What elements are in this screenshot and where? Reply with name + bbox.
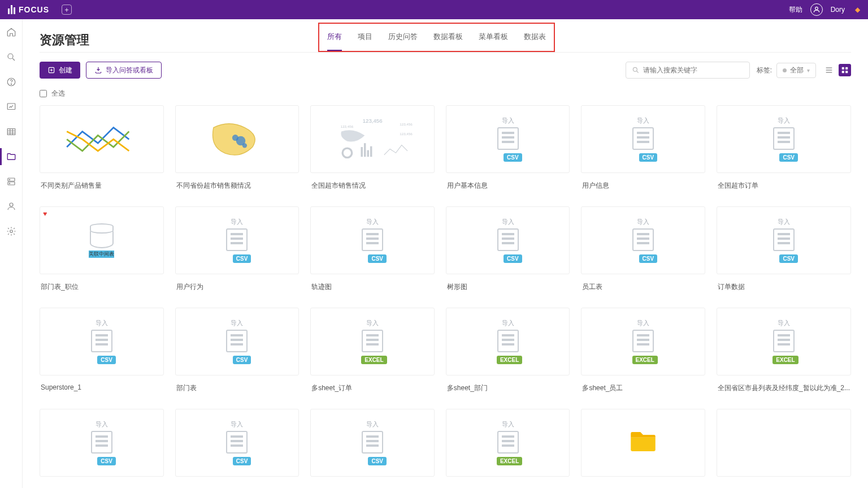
resource-card[interactable]: 导入CSV员工表 [581, 206, 705, 297]
resource-card[interactable]: 导入CSV用户行为 [175, 206, 300, 297]
resource-card[interactable]: 导入CSV全国超市订单 [717, 105, 851, 196]
svg-rect-15 [845, 67, 848, 70]
card-thumbnail: 导入EXCEL [310, 308, 435, 375]
card-thumbnail: 导入CSV [581, 206, 705, 274]
server-icon[interactable] [6, 176, 16, 187]
svg-text:123,456: 123,456 [400, 122, 413, 126]
search-input-wrapper[interactable] [626, 62, 750, 79]
resource-card[interactable]: 导入EXCEL多sheet_部门 [446, 308, 570, 399]
select-all-checkbox[interactable] [40, 90, 47, 97]
resource-card[interactable]: 导入CSV用户信息 [581, 105, 705, 196]
resource-card[interactable]: 导入EXCEL多sheet_订单 [310, 308, 435, 399]
resource-card[interactable]: ♥关联中间表部门表_职位 [40, 206, 164, 297]
new-tab-button[interactable]: ＋ [62, 5, 72, 15]
card-title: 订单数据 [717, 279, 851, 297]
resource-card[interactable]: 不同省份超市销售额情况 [175, 105, 300, 196]
favorite-icon: ♥ [43, 210, 47, 218]
resource-card[interactable]: 导入CSV用户基本信息 [446, 105, 570, 196]
brand-logo[interactable]: FOCUS [8, 5, 49, 14]
resource-card[interactable] [581, 409, 705, 488]
select-all-label: 全选 [51, 89, 65, 98]
card-title: 多sheet_部门 [446, 380, 570, 399]
search-icon[interactable] [6, 52, 16, 62]
svg-rect-5 [7, 129, 15, 135]
grid-view-button[interactable] [839, 64, 851, 76]
resource-card[interactable]: 导入EXCEL全国省区市县列表及经纬度_暂以此为准_2... [717, 308, 851, 399]
card-thumbnail: 导入CSV [175, 206, 300, 274]
resource-card[interactable]: 导入CSVSuperstore_1 [40, 308, 164, 399]
page-title: 资源管理 [40, 32, 89, 49]
resource-card[interactable]: 123,456123,456123,456123,456全国超市销售情况 [310, 105, 435, 196]
card-thumbnail: 导入EXCEL [717, 308, 851, 375]
svg-point-19 [232, 135, 238, 141]
folder-icon[interactable] [6, 152, 16, 162]
card-title: 部门表 [175, 380, 300, 399]
svg-point-8 [9, 179, 10, 180]
resource-card[interactable] [717, 409, 851, 488]
svg-point-10 [10, 203, 13, 206]
svg-point-0 [815, 7, 818, 10]
svg-rect-16 [842, 71, 844, 73]
resource-card[interactable]: 导入CSV订单数据 [717, 206, 851, 297]
card-thumbnail: 导入CSV [40, 308, 164, 375]
card-thumbnail: 导入CSV [175, 308, 300, 375]
resource-card[interactable]: 导入CSV [310, 409, 435, 488]
card-thumbnail: 关联中间表 [40, 206, 164, 274]
help-link[interactable]: 帮助 [789, 5, 802, 15]
svg-rect-27 [364, 143, 366, 157]
import-button[interactable]: 导入问答或看板 [86, 62, 162, 79]
resource-card[interactable]: 导入EXCEL多sheet_员工 [581, 308, 705, 399]
card-thumbnail [40, 105, 164, 173]
tabs-container-highlighted: 所有项目历史问答数据看板菜单看板数据表 [318, 23, 555, 52]
card-thumbnail: 123,456123,456123,456123,456 [310, 105, 435, 173]
resource-card[interactable]: 导入EXCEL [446, 409, 570, 488]
resource-card[interactable]: 导入CSV部门表 [175, 308, 300, 399]
resource-card[interactable]: 不同类别产品销售量 [40, 105, 164, 196]
svg-point-1 [8, 54, 13, 59]
tab-project[interactable]: 项目 [358, 32, 372, 51]
list-view-button[interactable] [823, 64, 835, 76]
card-thumbnail: 导入EXCEL [581, 308, 705, 375]
user-name[interactable]: Dory [831, 6, 845, 14]
resource-card[interactable]: 导入CSV轨迹图 [310, 206, 435, 297]
home-icon[interactable] [6, 27, 16, 37]
card-thumbnail: 导入EXCEL [446, 409, 570, 477]
tab-data-table[interactable]: 数据表 [524, 32, 546, 51]
tag-filter-dropdown[interactable]: 全部 ▾ [776, 63, 816, 78]
avatar-icon[interactable] [810, 3, 823, 16]
tab-history[interactable]: 历史问答 [388, 32, 418, 51]
chevron-down-icon: ▾ [807, 67, 810, 74]
svg-rect-17 [845, 71, 848, 73]
resource-card[interactable]: 导入CSV [175, 409, 300, 488]
search-input[interactable] [643, 66, 744, 74]
user-icon[interactable] [6, 201, 16, 211]
svg-rect-28 [367, 150, 368, 157]
help-icon[interactable] [6, 77, 16, 87]
card-title: 全国省区市县列表及经纬度_暂以此为准_2... [717, 380, 851, 399]
create-button[interactable]: 创建 [40, 62, 80, 79]
tab-all[interactable]: 所有 [327, 32, 342, 51]
import-button-label: 导入问答或看板 [106, 66, 153, 75]
card-thumbnail: 导入CSV [446, 206, 570, 274]
settings-icon[interactable] [6, 226, 16, 236]
card-thumbnail: 导入CSV [717, 105, 851, 173]
card-title: 部门表_职位 [40, 279, 164, 297]
card-title: 树形图 [446, 279, 570, 297]
svg-point-11 [10, 230, 12, 233]
view-toggle [823, 64, 851, 76]
card-title: 用户行为 [175, 279, 300, 297]
brand-text: FOCUS [19, 5, 49, 14]
card-thumbnail [717, 409, 851, 477]
tab-menu-board[interactable]: 菜单看板 [479, 32, 508, 51]
tab-data-board[interactable]: 数据看板 [433, 32, 463, 51]
card-thumbnail: 导入CSV [717, 206, 851, 274]
card-thumbnail: 导入CSV [175, 409, 300, 477]
resource-card[interactable]: 导入CSV [40, 409, 164, 488]
resource-card[interactable]: 导入CSV树形图 [446, 206, 570, 297]
card-thumbnail [581, 409, 705, 477]
analytics-icon[interactable] [6, 102, 16, 112]
svg-text:123,456: 123,456 [363, 118, 383, 124]
tag-filter-value: 全部 [790, 66, 804, 75]
table-icon[interactable] [6, 127, 16, 137]
svg-text:123,456: 123,456 [400, 132, 413, 136]
